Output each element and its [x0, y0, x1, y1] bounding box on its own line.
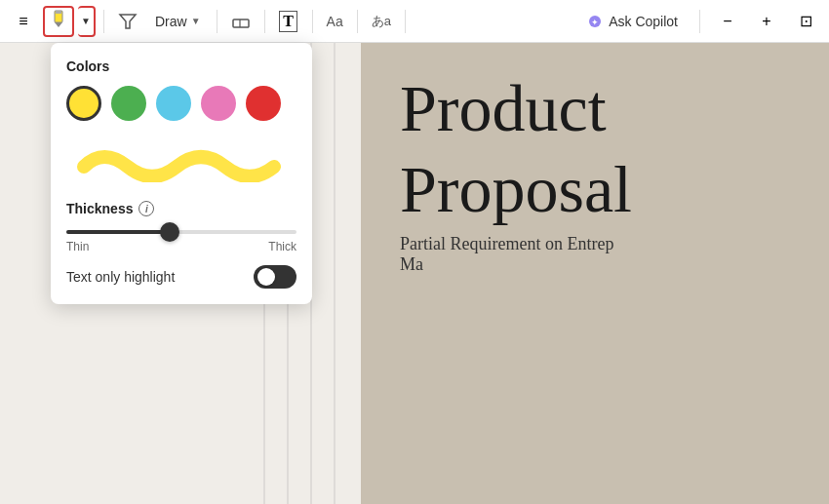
doc-subtitle: Partial Requirement on Entrep	[400, 234, 632, 254]
thin-label: Thin	[66, 240, 89, 253]
svg-rect-2	[56, 11, 61, 14]
thickness-slider-container: Thin Thick	[66, 230, 296, 253]
minimize-icon: −	[723, 13, 731, 30]
slider-thumb[interactable]	[160, 222, 179, 242]
svg-marker-1	[55, 22, 62, 27]
colors-row	[66, 86, 296, 121]
text-only-toggle[interactable]	[254, 265, 296, 289]
close-button[interactable]: ⊡	[790, 6, 821, 37]
divider-1	[103, 10, 104, 33]
highlight-dropdown-button[interactable]: ▼	[78, 6, 96, 37]
restore-button[interactable]: +	[751, 6, 782, 37]
document-area: Product Proposal Partial Requirement on …	[361, 43, 829, 504]
text-icon: T	[279, 11, 297, 32]
text-only-toggle-row: Text only highlight	[66, 265, 296, 289]
color-yellow[interactable]	[66, 86, 101, 121]
minimize-button[interactable]: −	[712, 6, 743, 37]
color-green[interactable]	[111, 86, 146, 121]
close-icon: ⊡	[800, 12, 812, 30]
eraser-icon	[231, 12, 251, 31]
squiggle-preview	[74, 139, 289, 182]
text-button[interactable]: T	[273, 6, 304, 37]
toolbar: ≡ ▼ Draw ▼ T Aa	[0, 0, 829, 43]
draw-label: Draw	[155, 14, 187, 29]
eraser-button[interactable]	[225, 6, 257, 37]
color-preview	[66, 136, 296, 185]
filter-icon	[118, 12, 138, 31]
divider-7	[699, 10, 700, 33]
toggle-label: Text only highlight	[66, 269, 175, 285]
toolbar-right: ✦ Ask Copilot − + ⊡	[577, 6, 821, 37]
svg-text:✦: ✦	[591, 18, 599, 27]
toggle-knob	[257, 268, 275, 286]
draw-menu[interactable]: Draw ▼	[147, 10, 209, 33]
divider-2	[217, 10, 217, 33]
colors-section-label: Colors	[66, 58, 296, 74]
divider-6	[405, 10, 406, 33]
thickness-label: Thickness	[66, 201, 133, 216]
svg-rect-4	[233, 19, 249, 27]
aa-icon: Aa	[327, 14, 343, 29]
restore-icon: +	[762, 13, 770, 30]
highlight-pen-button[interactable]	[43, 6, 74, 37]
copilot-button[interactable]: ✦ Ask Copilot	[577, 10, 688, 33]
chevron-down-icon: ▼	[81, 16, 91, 26]
format-button[interactable]: Aa	[321, 6, 349, 37]
divider-4	[312, 10, 313, 33]
menu-icon: ≡	[19, 13, 27, 30]
document-content: Product Proposal Partial Requirement on …	[361, 43, 671, 304]
thickness-section: Thickness i	[66, 201, 296, 216]
copilot-label: Ask Copilot	[609, 14, 678, 29]
doc-subtitle2: Ma	[400, 254, 632, 275]
color-pink[interactable]	[201, 86, 236, 121]
menu-button[interactable]: ≡	[8, 6, 39, 37]
bg-line-4	[334, 43, 336, 504]
doc-title-line1: Product	[400, 72, 632, 145]
divider-5	[357, 10, 358, 33]
color-cyan[interactable]	[156, 86, 191, 121]
highlight-pen-icon	[48, 8, 69, 34]
slider-track	[66, 230, 296, 234]
slider-fill	[66, 230, 170, 234]
color-red[interactable]	[246, 86, 281, 121]
az-icon: あa	[372, 13, 391, 30]
filter-button[interactable]	[112, 6, 143, 37]
highlight-dropdown-panel: Colors Thickness i Thin Thick Text only …	[51, 43, 312, 304]
thickness-info-icon[interactable]: i	[138, 201, 154, 216]
copilot-icon: ✦	[587, 14, 603, 29]
divider-3	[264, 10, 265, 33]
doc-title-line2: Proposal	[400, 153, 632, 226]
thick-label: Thick	[268, 240, 296, 253]
language-button[interactable]: あa	[366, 6, 397, 37]
slider-labels: Thin Thick	[66, 240, 296, 253]
svg-marker-3	[120, 15, 136, 28]
draw-chevron-icon: ▼	[191, 16, 201, 26]
